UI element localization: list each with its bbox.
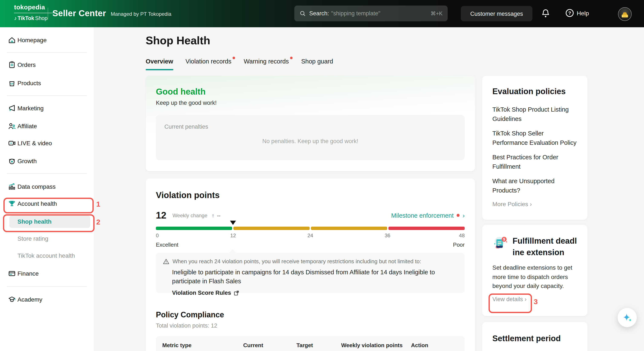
policy-link[interactable]: Best Practices for Order Fulfillment [492, 153, 577, 171]
header-divider [48, 8, 48, 20]
sidebar-item-homepage[interactable]: Homepage [0, 34, 94, 46]
warning-body-text: Ineligible to participate in campaigns f… [172, 268, 458, 286]
tab-label: Overview [146, 58, 173, 65]
column-header-metric-type[interactable]: Metric type [162, 342, 243, 351]
sidebar-item-shop-health[interactable]: Shop health [9, 215, 90, 228]
current-penalties-label: Current penalties [164, 124, 208, 130]
affiliate-icon [8, 122, 16, 130]
sidebar-item-data-compass[interactable]: Data compass [0, 180, 94, 193]
home-icon [8, 36, 16, 44]
account-avatar[interactable] [618, 7, 632, 21]
growth-icon [8, 157, 16, 165]
annotation-number-2: 2 [96, 218, 100, 226]
policy-link[interactable]: TikTok Shop Product Listing Guidelines [492, 105, 577, 124]
tab-shop-guard[interactable]: Shop guard [301, 58, 333, 70]
sidebar-item-finance[interactable]: Finance [0, 267, 94, 280]
tab-label: Violation records [186, 58, 232, 65]
violation-gauge [156, 226, 465, 230]
column-header-action[interactable]: Action [411, 342, 454, 351]
violation-warning-callout: When you reach 24 violation points, you … [156, 252, 465, 293]
sidebar-item-live-video[interactable]: LIVE & video [0, 137, 94, 150]
view-details-link[interactable]: View details › [492, 296, 577, 302]
megaphone-icon [8, 104, 16, 112]
policy-compliance-title: Policy Compliance [156, 310, 224, 320]
tab-violation-records[interactable]: Violation records [186, 58, 232, 70]
question-circle-icon: ? [565, 8, 574, 18]
customer-messages-button[interactable]: Customer messages [461, 6, 532, 21]
orders-icon [8, 60, 16, 69]
sidebar-item-label: Finance [18, 270, 39, 277]
help-label: Help [577, 10, 589, 16]
policy-link[interactable]: TikTok Shop Seller Performance Evaluatio… [492, 129, 577, 148]
evaluation-policies-card: Evaluation policies TikTok Shop Product … [482, 76, 587, 220]
gauge-ticks: 012243648 [156, 232, 465, 240]
gauge-segment-24-36 [311, 226, 387, 230]
sidebar-section-divider [7, 173, 87, 174]
sidebar-item-label: TikTok account health [18, 252, 75, 259]
violation-points-title: Violation points [156, 190, 220, 200]
milestone-enforcement-link[interactable]: Milestone enforcement › [391, 212, 465, 219]
violation-score-rules-link[interactable]: Violation Score Rules [172, 290, 458, 296]
top-header: tokopedia ♪ TikTok Shop Seller Center Ma… [0, 0, 644, 27]
policy-link[interactable]: What are Unsupported Products? [492, 177, 577, 195]
chevron-right-icon: › [530, 201, 532, 208]
svg-text:?: ? [568, 10, 571, 16]
music-note-icon: ♪ [14, 15, 17, 21]
notification-dot [233, 57, 235, 59]
tab-overview[interactable]: Overview [146, 58, 173, 70]
warning-intro-row: When you reach 24 violation points, you … [163, 258, 458, 265]
sidebar-item-label: Academy [18, 296, 42, 303]
sidebar-item-label: Store rating [18, 235, 48, 242]
milestone-red-dot [456, 214, 460, 217]
search-prefix: Search: [309, 10, 329, 16]
notification-dot [290, 57, 292, 59]
gauge-marker-icon [230, 221, 236, 225]
column-header-target[interactable]: Target [296, 342, 341, 351]
gauge-scale-words: Excellent Poor [156, 242, 465, 248]
help-menu[interactable]: ? Help [565, 8, 589, 18]
gauge-segment-0-12 [156, 226, 232, 230]
column-header-weekly-violation-points[interactable]: Weekly violation points [341, 342, 411, 351]
sidebar-section-divider [7, 52, 87, 53]
sidebar-item-label: Shop health [18, 218, 52, 225]
fulfillment-document-icon: $ [492, 235, 508, 252]
violation-score-value: 12 [156, 210, 166, 221]
notifications-bell-icon[interactable] [541, 8, 550, 20]
column-header-current[interactable]: Current [243, 342, 296, 351]
sidebar-item-marketing[interactable]: Marketing [0, 102, 94, 114]
sidebar-item-label: Orders [18, 61, 36, 68]
sidebar-item-label: Affiliate [18, 123, 37, 130]
sidebar-item-growth[interactable]: Growth [0, 155, 94, 168]
sidebar-nav: HomepageOrdersProductsMarketingAffiliate… [0, 27, 94, 351]
gauge-segment-36-48 [388, 226, 465, 230]
global-search-input[interactable]: Search: "shipping template" ⌘+K [294, 6, 448, 21]
tab-warning-records[interactable]: Warning records [244, 58, 289, 70]
warning-triangle-icon [163, 258, 170, 265]
gauge-tick-36: 36 [384, 232, 390, 238]
sidebar-item-tiktok-account-health[interactable]: TikTok account health [0, 249, 94, 262]
sidebar-item-products[interactable]: Products [0, 77, 94, 90]
evaluation-policy-links: TikTok Shop Product Listing GuidelinesTi… [492, 105, 577, 195]
gauge-tick-48: 48 [459, 232, 465, 238]
sidebar-item-store-rating[interactable]: Store rating [0, 232, 94, 245]
gauge-tick-24: 24 [308, 232, 313, 238]
sidebar-item-account-health[interactable]: Account health [0, 197, 94, 210]
chevron-right-icon: › [525, 296, 527, 302]
tab-bar: OverviewViolation recordsWarning records… [146, 58, 333, 70]
sidebar-item-label: Homepage [18, 37, 47, 44]
sidebar-item-affiliate[interactable]: Affiliate [0, 120, 94, 132]
trophy-icon [8, 199, 16, 208]
app-viewport: tokopedia ♪ TikTok Shop Seller Center Ma… [0, 0, 644, 351]
weekly-change-value: -- [217, 212, 220, 218]
sidebar-item-label: LIVE & video [18, 140, 52, 146]
sidebar-section-divider [7, 286, 87, 287]
search-placeholder: "shipping template" [331, 10, 430, 16]
brand-divider-line [14, 13, 53, 13]
current-penalties-panel: Current penalties No penalties. Keep up … [156, 115, 465, 160]
sidebar-item-orders[interactable]: Orders [0, 58, 94, 71]
fulfillment-description: Set deadline extensions to get more time… [492, 263, 578, 291]
assistant-sparkle-button[interactable] [618, 308, 637, 327]
sidebar-item-label: Data compass [18, 183, 56, 190]
sidebar-item-academy[interactable]: Academy [0, 293, 94, 306]
more-policies-link[interactable]: More Policies › [492, 201, 577, 208]
